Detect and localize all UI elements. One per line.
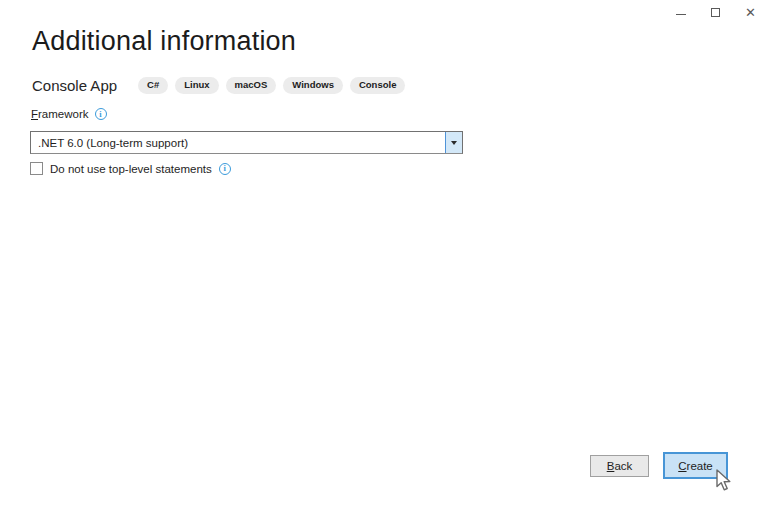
maximize-button[interactable]: [698, 0, 733, 24]
minimize-icon: [676, 14, 686, 15]
framework-combobox[interactable]: .NET 6.0 (Long-term support): [30, 131, 463, 154]
project-tags: C#LinuxmacOSWindowsConsole: [138, 77, 405, 94]
project-tag: C#: [138, 77, 168, 94]
framework-info-icon[interactable]: i: [95, 108, 107, 120]
top-level-checkbox[interactable]: [30, 162, 43, 175]
close-button[interactable]: ✕: [733, 0, 768, 24]
back-button[interactable]: Back: [590, 455, 649, 477]
top-level-checkbox-label[interactable]: Do not use top-level statements: [50, 163, 212, 175]
framework-selected-value: .NET 6.0 (Long-term support): [31, 137, 445, 149]
minimize-button[interactable]: [663, 0, 698, 24]
project-tag: macOS: [226, 77, 277, 94]
project-tag: Windows: [283, 77, 343, 94]
create-button[interactable]: Create: [663, 452, 728, 479]
page-title: Additional information: [32, 26, 296, 57]
additional-information-dialog: ✕ Additional information Console App C#L…: [0, 0, 768, 506]
top-level-info-icon[interactable]: i: [219, 163, 231, 175]
window-controls: ✕: [663, 0, 768, 24]
project-tag: Console: [350, 77, 405, 94]
top-level-statements-row: Do not use top-level statements i: [30, 162, 231, 175]
project-type-name: Console App: [32, 77, 117, 94]
framework-label: Framework: [31, 108, 89, 120]
close-icon: ✕: [745, 6, 756, 19]
chevron-down-icon: [451, 141, 457, 145]
project-tag: Linux: [175, 77, 218, 94]
project-type-row: Console App C#LinuxmacOSWindowsConsole: [32, 77, 405, 94]
maximize-icon: [711, 8, 720, 17]
framework-label-row: Framework i: [31, 108, 107, 120]
framework-dropdown-button[interactable]: [445, 132, 462, 153]
